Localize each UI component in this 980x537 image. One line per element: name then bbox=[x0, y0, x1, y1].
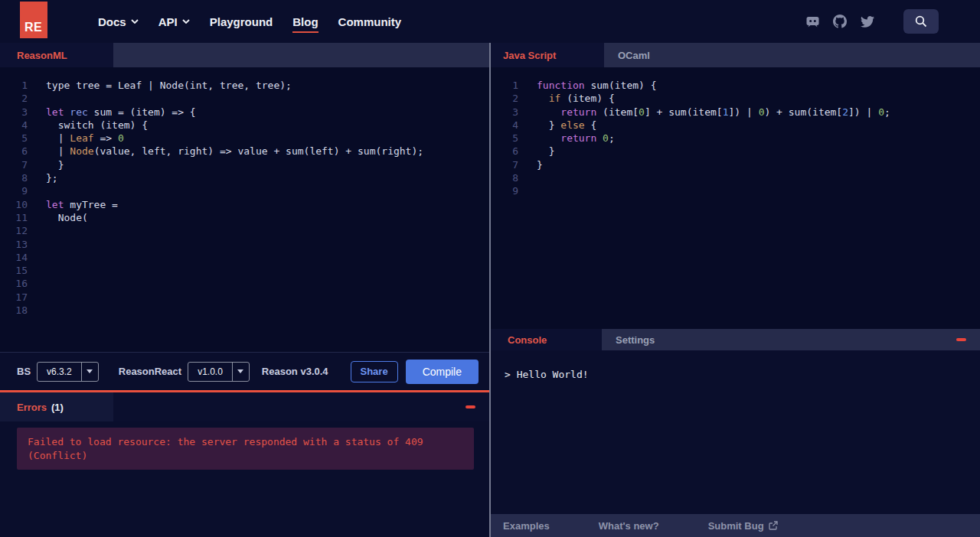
line-number: 16 bbox=[0, 277, 28, 290]
nav-item-docs[interactable]: Docs bbox=[98, 15, 139, 28]
code-text bbox=[28, 92, 46, 105]
code-text: } bbox=[28, 158, 64, 171]
code-line: 2 if (item) { bbox=[491, 92, 980, 105]
console-output: > Hello World! bbox=[491, 350, 980, 514]
nav-item-label: Community bbox=[338, 15, 402, 28]
line-number: 15 bbox=[0, 264, 28, 277]
line-number: 9 bbox=[491, 184, 518, 197]
code-line: 12 bbox=[0, 224, 489, 237]
footer-whats-new[interactable]: What's new? bbox=[599, 520, 659, 532]
line-number: 12 bbox=[0, 224, 28, 237]
tab-label: Console bbox=[503, 334, 547, 346]
chevron-down-icon bbox=[131, 19, 139, 24]
tab-label: OCaml bbox=[618, 50, 650, 61]
code-line: 5 | Leaf => 0 bbox=[0, 132, 489, 145]
code-text bbox=[28, 184, 46, 197]
code-text bbox=[28, 277, 46, 290]
code-text bbox=[28, 238, 46, 251]
errors-count-badge: (1) bbox=[51, 402, 64, 413]
tab-ocaml[interactable]: OCaml bbox=[610, 43, 658, 67]
line-number: 17 bbox=[0, 291, 28, 304]
errors-panel: Errors (1) Failed to load resource: the … bbox=[0, 390, 489, 537]
github-icon[interactable] bbox=[833, 15, 847, 28]
top-nav: RE Docs API Playground Blog Community bbox=[0, 0, 980, 43]
bottom-toolbar: BS v6.3.2 ReasonReact v1.0.0 Reason v3.0… bbox=[0, 352, 489, 390]
tab-label: Java Script bbox=[503, 50, 556, 61]
caret-down-icon bbox=[237, 369, 243, 373]
line-number: 1 bbox=[0, 79, 28, 92]
code-text: switch (item) { bbox=[28, 119, 148, 132]
line-number: 7 bbox=[491, 158, 518, 171]
line-number: 2 bbox=[491, 92, 518, 105]
nav-item-blog[interactable]: Blog bbox=[292, 15, 318, 33]
code-text: } bbox=[518, 145, 554, 158]
left-editor-tabbar: ReasonML bbox=[0, 43, 489, 67]
code-line: 4 switch (item) { bbox=[0, 119, 489, 132]
code-text: let rec sum = (item) => { bbox=[28, 106, 196, 119]
line-number: 5 bbox=[491, 132, 518, 145]
select-arrow bbox=[232, 363, 249, 381]
line-number: 6 bbox=[491, 145, 518, 158]
code-text: return (item[0] + sum(item[1]) | 0) + su… bbox=[518, 106, 890, 119]
tab-console[interactable]: Console bbox=[491, 329, 602, 350]
discord-icon[interactable] bbox=[805, 15, 819, 28]
code-text bbox=[28, 264, 46, 277]
code-line: 14 bbox=[0, 251, 489, 264]
reason-version-label: Reason v3.0.4 bbox=[262, 366, 328, 377]
tab-javascript[interactable]: Java Script bbox=[491, 43, 604, 67]
code-text: } bbox=[518, 158, 543, 171]
tab-reasonml[interactable]: ReasonML bbox=[0, 43, 113, 67]
errors-header: Errors (1) bbox=[0, 392, 489, 421]
code-text: if (item) { bbox=[518, 92, 615, 105]
collapse-console-icon[interactable] bbox=[956, 338, 966, 341]
reasonml-playground-app: RE Docs API Playground Blog Community bbox=[0, 0, 980, 537]
code-line: 6 | Node(value, left, right) => value + … bbox=[0, 145, 489, 158]
share-button[interactable]: Share bbox=[351, 361, 398, 382]
error-message: Failed to load resource: the server resp… bbox=[17, 428, 474, 470]
left-pane: ReasonML 1type tree = Leaf | Node(int, t… bbox=[0, 43, 489, 537]
code-line: 2 bbox=[0, 92, 489, 105]
twitter-icon[interactable] bbox=[861, 15, 874, 28]
footer-bar: Examples What's new? Submit Bug bbox=[491, 514, 980, 537]
code-text: type tree = Leaf | Node(int, tree, tree)… bbox=[28, 79, 292, 92]
footer-examples[interactable]: Examples bbox=[503, 520, 550, 532]
nav-item-label: API bbox=[158, 15, 178, 28]
line-number: 11 bbox=[0, 211, 28, 224]
code-text: let myTree = bbox=[28, 198, 118, 211]
code-line: 16 bbox=[0, 277, 489, 290]
reason-editor[interactable]: 1type tree = Leaf | Node(int, tree, tree… bbox=[0, 67, 489, 352]
nav-item-community[interactable]: Community bbox=[338, 15, 402, 28]
line-number: 8 bbox=[0, 171, 28, 184]
code-text: }; bbox=[28, 171, 58, 184]
reason-logo[interactable]: RE bbox=[20, 2, 47, 38]
code-line: 10let myTree = bbox=[0, 198, 489, 211]
nav-item-api[interactable]: API bbox=[158, 15, 190, 28]
search-button[interactable] bbox=[903, 9, 939, 34]
code-line: 18 bbox=[0, 304, 489, 317]
nav-item-playground[interactable]: Playground bbox=[210, 15, 273, 28]
collapse-errors-icon[interactable] bbox=[466, 405, 475, 408]
code-line: 11 Node( bbox=[0, 211, 489, 224]
bs-label: BS bbox=[17, 366, 31, 377]
tab-settings[interactable]: Settings bbox=[608, 329, 662, 350]
console-tabbar: Console Settings bbox=[491, 329, 980, 350]
tab-label: Settings bbox=[616, 334, 655, 346]
logo-text: RE bbox=[24, 21, 42, 34]
javascript-output-editor[interactable]: 1function sum(item) {2 if (item) {3 retu… bbox=[491, 67, 980, 329]
line-number: 3 bbox=[0, 106, 28, 119]
errors-title: Errors bbox=[17, 402, 47, 413]
footer-submit-bug[interactable]: Submit Bug bbox=[708, 520, 778, 532]
nav-item-label: Docs bbox=[98, 15, 126, 28]
line-number: 4 bbox=[0, 119, 28, 132]
code-text bbox=[518, 184, 537, 197]
code-text: | Node(value, left, right) => value + su… bbox=[28, 145, 423, 158]
bs-version-select[interactable]: v6.3.2 bbox=[37, 362, 99, 382]
reasonreact-version-select[interactable]: v1.0.0 bbox=[188, 362, 250, 382]
chevron-down-icon bbox=[182, 19, 190, 24]
tab-errors[interactable]: Errors (1) bbox=[0, 392, 113, 421]
code-text bbox=[28, 224, 46, 237]
line-number: 18 bbox=[0, 304, 28, 317]
compile-button[interactable]: Compile bbox=[406, 360, 479, 384]
reasonreact-label: ReasonReact bbox=[119, 366, 181, 377]
code-text: return 0; bbox=[518, 132, 615, 145]
